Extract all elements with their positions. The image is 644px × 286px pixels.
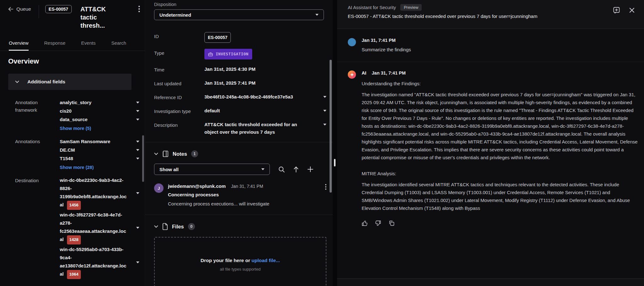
drop-text: Drop your file here or [201,258,252,263]
incident-header: Queue ES-00057 ATT&CK tactic thresh... O… [0,0,145,51]
show-more-frameworks-link[interactable]: Show more (5) [60,124,91,133]
arrow-up-icon [293,166,299,173]
disposition-label: Disposition [154,0,333,7]
details-panel: Disposition Undetermined ID ES-00057 Typ… [146,0,333,286]
incident-title: ATT&CK tactic thresh... [80,5,122,30]
notes-title: Notes [173,151,187,157]
ai-heading: MITRE Analysis: [362,170,638,177]
incident-id-badge: ES-00057 [45,5,72,13]
additional-fields-label: Additional fields [27,79,65,85]
copy-button[interactable] [389,220,395,226]
meta-row-description: Description ATT&CK tactic threshold exce… [154,121,326,136]
meta-row-time: Time Jan 31st, 2025 4:30 PM [154,65,326,73]
chevron-down-icon[interactable] [323,124,326,126]
chevron-down-icon[interactable] [136,119,139,121]
ai-sender-label: AI [362,70,366,76]
ai-paragraph: The investigation named "ATT&CK tactic t… [362,91,638,161]
file-icon [162,223,168,230]
show-more-annotations-link[interactable]: Show more (28) [60,163,94,172]
annotation-framework-value: analytic_story [60,98,139,107]
chevron-down-icon[interactable] [136,141,139,143]
notes-collapse-button[interactable] [154,153,158,155]
chevron-down-icon[interactable] [136,110,139,112]
note-item[interactable]: J jwiedemann@splunk.com Jan 31, 7:41 PM … [154,183,326,206]
incident-menu-button[interactable] [138,6,140,12]
user-avatar [348,38,356,46]
meta-row-id: ID ES-00057 [154,32,326,43]
note-timestamp: Jan 31, 7:41 PM [231,184,263,189]
copy-icon [389,220,395,226]
ai-assistant-title: AI Assistant for Security [348,5,396,10]
notes-filter-select[interactable]: Show all [154,164,270,175]
chevron-down-icon [315,14,319,16]
ai-message-actions [362,220,638,226]
sort-notes-button[interactable] [293,166,299,173]
disposition-select[interactable]: Undetermined [154,9,324,20]
files-title: Files [172,224,184,230]
ai-paragraph: The investigation identified several MIT… [362,181,638,212]
chevron-down-icon[interactable] [136,227,139,229]
field-destination: Destination win-dc-0be2230c-9ab3-4ac2-88… [15,176,139,280]
annotation-value: DE.CM [60,146,139,154]
files-count-badge: 0 [188,223,195,230]
message-timestamp: Jan 31, 7:41 PM [362,38,396,43]
avatar: J [154,183,164,193]
new-chat-button[interactable] [613,7,620,14]
chevron-down-icon[interactable] [136,261,139,263]
back-to-queue-button[interactable]: Queue [8,6,31,12]
thumbs-up-button[interactable] [362,220,368,226]
chevron-down-icon[interactable] [136,158,139,160]
thumbs-down-button[interactable] [375,220,381,226]
briefcase-icon [208,52,213,56]
thumbs-up-icon [362,220,368,226]
field-detection: Detection Threat - Findings ATT&CK [15,284,139,286]
risk-count-badge: 1428 [67,235,81,244]
additional-fields-toggle[interactable]: Additional fields [8,74,131,90]
ai-assistant-header: AI Assistant for Security Preview ES-000… [337,0,644,29]
tab-overview[interactable]: Overview [9,40,29,51]
new-chat-icon [613,7,620,14]
left-panel-scrollbar[interactable] [142,135,144,182]
panel-resize-divider [333,0,337,286]
field-label: Annotation framework [15,98,60,133]
ai-conversation-subtitle: ES-00057 - ATT&CK tactic threshold excee… [348,14,635,19]
chevron-down-icon[interactable] [323,110,326,112]
app-root: Queue ES-00057 ATT&CK tactic thresh... O… [0,0,644,286]
details-panel-scrollbar[interactable] [330,60,332,193]
files-section-header: Files 0 [154,223,333,230]
meta-row-type: Type INVESTIGATION [154,49,326,59]
search-notes-button[interactable] [278,166,285,173]
file-dropzone[interactable]: Drop your file here or upload file... al… [154,237,326,286]
overview-content: Overview Additional fields Annotation fr… [0,51,145,286]
drop-hint: all file types supported [155,267,326,272]
chevron-down-icon[interactable] [136,192,139,194]
panel-resize-handle[interactable] [334,159,336,166]
chevron-down-icon[interactable] [136,149,139,151]
ai-heading: Understanding the Findings: [362,80,638,87]
upload-file-link[interactable]: upload file... [252,258,280,263]
notes-count-badge: 1 [191,150,198,157]
risk-count-badge: 1064 [67,270,81,279]
chevron-down-icon[interactable] [136,102,139,104]
chevron-down-icon [15,81,19,83]
chevron-down-icon[interactable] [323,96,326,98]
incident-tabs: Overview Response Events Search [9,40,126,51]
user-message: Jan 31, 7:41 PM Summarize the findings [348,38,638,52]
chat-input-area[interactable] [337,278,644,286]
overview-heading: Overview [8,57,145,65]
message-divider [337,62,644,62]
add-note-button[interactable] [307,166,314,172]
close-panel-button[interactable] [629,8,635,13]
note-menu-button[interactable] [325,184,326,190]
notes-icon [162,150,169,157]
ai-avatar [348,70,356,79]
files-collapse-button[interactable] [154,225,158,228]
destination-host: win-dc-3f627297-6c38-4e7d-a278-fc2563eaa… [60,211,139,244]
tab-events[interactable]: Events [81,40,96,51]
note-title: Concerning processes [168,192,326,197]
destination-host: win-dc-55295ab0-a703-433b-9ca4-ae13807de… [60,245,139,279]
tab-search[interactable]: Search [111,40,126,51]
note-author: jwiedemann@splunk.com [168,183,226,189]
incident-panel: Queue ES-00057 ATT&CK tactic thresh... O… [0,0,145,286]
tab-response[interactable]: Response [44,40,66,51]
